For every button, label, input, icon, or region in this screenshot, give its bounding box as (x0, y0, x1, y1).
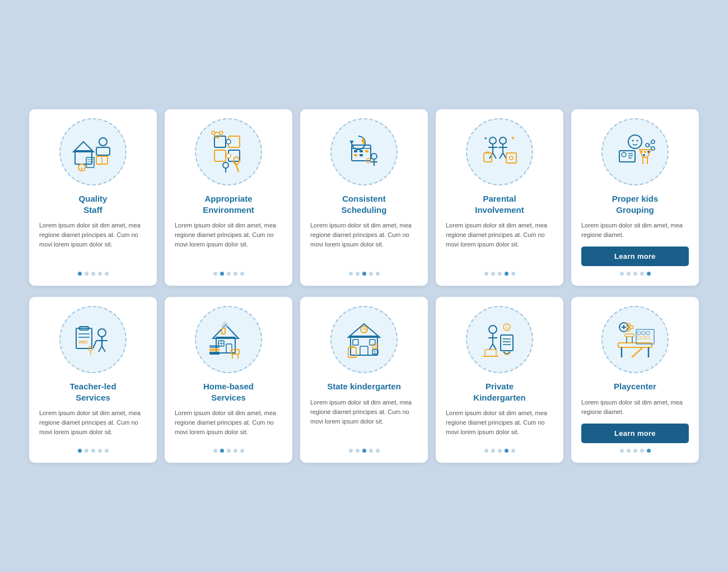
dot-3 (227, 272, 231, 276)
svg-point-50 (510, 156, 513, 160)
dot-3 (498, 272, 502, 276)
proper-kids-grouping-body: Lorem ipsum dolor sit dim amet, mea regi… (581, 221, 689, 240)
svg-text:★: ★ (511, 135, 515, 141)
dot-5 (511, 449, 515, 453)
teacher-led-services-body: Lorem ipsum dolor sit dim amet, mea regi… (39, 408, 147, 437)
svg-rect-3 (96, 147, 110, 155)
dot-1 (213, 272, 217, 276)
svg-point-24 (220, 131, 223, 134)
svg-rect-143 (642, 336, 645, 339)
svg-point-66 (647, 151, 650, 153)
dot-2 (491, 272, 495, 276)
dot-2 (85, 272, 88, 276)
svg-rect-141 (646, 332, 650, 334)
state-kindergarten-title: State kindergarten (327, 381, 401, 392)
dot-4 (369, 272, 373, 276)
dot-5 (376, 449, 380, 453)
dot-1 (484, 449, 488, 453)
appropriate-environment-title: Appropriate Environment (203, 193, 254, 215)
svg-rect-144 (646, 336, 650, 339)
dot-1 (213, 449, 217, 453)
card-state-kindergarten: 5 3 State kindergarten Lorem ipsum dolor… (300, 297, 428, 463)
dot-1 (484, 272, 488, 276)
svg-point-17 (226, 154, 231, 158)
home-based-services-body: Lorem ipsum dolor sit dim amet, mea regi… (175, 408, 282, 437)
dot-2 (220, 272, 224, 276)
parental-involvement-icon: ★ ★ (466, 118, 533, 185)
svg-rect-56 (619, 151, 635, 162)
dot-4 (505, 272, 508, 276)
state-kindergarten-icon: 5 3 (330, 306, 398, 373)
svg-point-23 (212, 131, 215, 134)
svg-rect-31 (360, 154, 363, 156)
svg-point-69 (651, 140, 655, 143)
home-based-services-title: Home-based Services (203, 381, 254, 403)
svg-text:5: 5 (374, 350, 376, 354)
dot-3 (91, 449, 95, 453)
row-2: ABC Teacher-led Services Lorem ipsum dol… (11, 297, 717, 463)
card-parental-involvement: ★ ★ Parental Involvement Lorem ipsum dol… (436, 109, 563, 286)
svg-point-32 (371, 154, 377, 159)
svg-rect-8 (86, 157, 94, 168)
dot-2 (220, 449, 224, 453)
svg-point-115 (489, 325, 497, 333)
learn-more-button-bottom[interactable]: Learn more (581, 424, 689, 443)
dot-3 (227, 449, 231, 453)
svg-line-134 (632, 347, 643, 357)
dot-2 (627, 449, 631, 453)
svg-rect-110 (348, 347, 356, 357)
svg-point-70 (651, 147, 655, 150)
svg-rect-28 (360, 150, 363, 152)
dot-2 (356, 272, 360, 276)
learn-more-button-top[interactable]: Learn more (581, 247, 689, 266)
svg-text:K: K (506, 325, 509, 331)
svg-line-82 (102, 346, 105, 352)
appropriate-environment-dots (213, 272, 244, 276)
svg-rect-140 (642, 332, 645, 334)
proper-kids-grouping-dots (620, 272, 651, 276)
dot-2 (85, 449, 88, 453)
svg-text:★: ★ (484, 136, 487, 140)
svg-line-81 (99, 346, 102, 352)
svg-rect-121 (486, 351, 495, 355)
dot-3 (633, 272, 637, 276)
card-playcenter: Playcenter Lorem ipsum dolor sit dim ame… (571, 297, 699, 463)
svg-point-16 (226, 139, 231, 144)
svg-point-43 (500, 137, 506, 144)
svg-rect-142 (637, 336, 641, 339)
playcenter-title: Playcenter (614, 381, 656, 392)
dot-4 (640, 272, 644, 276)
svg-rect-27 (354, 150, 357, 152)
private-kindergarten-dots (484, 449, 515, 453)
svg-point-18 (223, 162, 228, 168)
svg-marker-36 (349, 141, 354, 144)
svg-point-57 (622, 152, 626, 157)
svg-line-71 (649, 143, 651, 145)
svg-rect-30 (354, 154, 357, 156)
dot-1 (349, 449, 353, 453)
dot-4 (98, 272, 102, 276)
card-quality-staff: ★ Quality Staff Lorem ipsum dolor sit di… (29, 109, 157, 286)
svg-point-149 (630, 325, 633, 329)
teacher-led-services-title: Teacher-led Services (69, 381, 116, 403)
quality-staff-body: Lorem ipsum dolor sit dim amet, mea regi… (39, 221, 147, 249)
dot-2 (356, 449, 360, 453)
parental-involvement-dots (484, 272, 515, 276)
quality-staff-title: Quality Staff (79, 193, 108, 215)
dot-3 (633, 449, 637, 453)
proper-kids-grouping-icon (601, 118, 669, 185)
card-appropriate-environment: Appropriate Environment Lorem ipsum dolo… (165, 109, 292, 286)
svg-rect-139 (637, 332, 641, 334)
card-consistent-scheduling: Consistent Scheduling Lorem ipsum dolor … (300, 109, 428, 286)
svg-rect-73 (76, 328, 92, 348)
consistent-scheduling-body: Lorem ipsum dolor sit dim amet, mea regi… (310, 221, 418, 249)
svg-rect-29 (365, 150, 368, 152)
dot-1 (78, 449, 82, 453)
dot-5 (376, 272, 380, 276)
private-kindergarten-icon: ✓ ✓ K (466, 306, 533, 373)
home-based-services-dots (213, 449, 244, 453)
svg-text:ABC: ABC (78, 340, 88, 345)
playcenter-body: Lorem ipsum dolor sit dim amet, mea regi… (581, 398, 689, 417)
consistent-scheduling-dots (349, 272, 380, 276)
svg-marker-37 (361, 137, 365, 144)
